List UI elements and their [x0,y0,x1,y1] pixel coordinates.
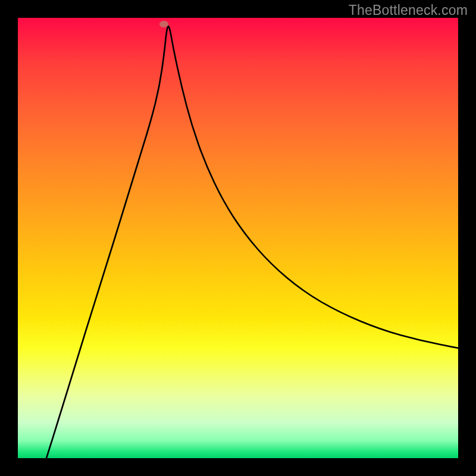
chart-container: TheBottleneck.com [0,0,476,476]
curve-svg [18,18,458,458]
watermark-text: TheBottleneck.com [349,2,468,18]
plot-area [18,18,458,458]
minimum-marker [159,21,168,27]
bottleneck-curve [46,26,458,458]
